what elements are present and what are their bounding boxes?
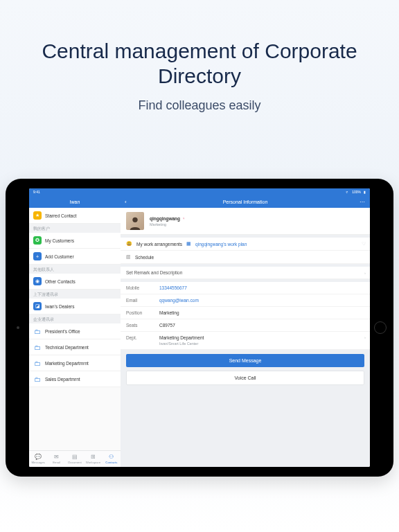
- home-button-icon: [374, 321, 387, 334]
- battery-icon: ▮: [364, 190, 366, 194]
- sidebar-title: Iwan: [70, 200, 80, 204]
- calendar-icon: ▥: [126, 254, 131, 260]
- contact-subtitle: Marketing: [150, 222, 186, 227]
- dept-path: Iwan/Smart Life Center: [159, 342, 204, 346]
- document-icon: ▤: [72, 454, 78, 460]
- sidebar-item-other-contacts[interactable]: ◉ Other Contacts: [29, 274, 121, 290]
- sidebar-item-label: Add Customer: [45, 254, 74, 259]
- contacts-icon: ◉: [33, 277, 42, 285]
- contacts-tab-icon: ⚇: [109, 454, 114, 460]
- tab-label: Messages: [31, 461, 45, 464]
- wechat-icon: ✪: [33, 236, 42, 245]
- position-row: Position Marketing: [121, 307, 370, 319]
- battery-text: 100%: [352, 190, 361, 194]
- field-label: Seats: [126, 323, 155, 328]
- field-label: Email: [126, 298, 155, 303]
- sidebar-item-label: Starred Contact: [45, 213, 77, 218]
- sidebar-item-marketing[interactable]: 🗀 Marketing Departmrnt: [29, 355, 121, 371]
- doc-icon: ▦: [186, 241, 191, 247]
- more-icon[interactable]: ⋯: [360, 199, 366, 205]
- remark-label: Set Remark and Description: [126, 270, 182, 275]
- sidebar-item-label: President's Office: [45, 329, 80, 334]
- sidebar-item-label: Iwan's Dealers: [45, 304, 74, 309]
- tab-label: Workspace: [86, 461, 100, 464]
- detail-title: Personal Information: [223, 200, 268, 204]
- tab-label: Document: [68, 461, 82, 464]
- schedule-row[interactable]: ▥ Schedule: [121, 251, 370, 264]
- section-label-other: 其他联系人: [29, 265, 121, 274]
- ipad-frame: 9:41 ᯤ 100% ▮ Iwan ‹ Personal Informatio…: [6, 179, 393, 477]
- email-value[interactable]: qqwang@iwan.com: [159, 298, 199, 303]
- mobile-value[interactable]: 13344556677: [159, 285, 187, 290]
- email-row[interactable]: Email qqwang@iwan.com: [121, 294, 370, 307]
- tab-contacts[interactable]: ⚇ Contacts: [103, 451, 121, 467]
- folder-icon: 🗀: [33, 375, 42, 383]
- sidebar-item-label: Technical Department: [45, 345, 89, 350]
- schedule-label: Schedule: [135, 255, 154, 260]
- seats-value: C89757: [159, 323, 175, 328]
- position-value: Marketing: [159, 310, 179, 315]
- sidebar-item-label: My Customers: [45, 238, 74, 243]
- sidebar-item-my-customers[interactable]: ✪ My Customers: [29, 233, 121, 249]
- star-icon: ★: [33, 211, 42, 220]
- bottom-tab-bar: 💬 Messages ✉ Email ▤ Document ⊞ Workspac…: [29, 450, 121, 467]
- sidebar-item-starred[interactable]: ★ Starred Contact: [29, 208, 121, 224]
- sidebar-item-label: Sales Departmrnt: [45, 377, 80, 382]
- contact-detail-panel: qingqingwang ♀ Marketing 😃 My work arran…: [121, 208, 370, 467]
- remark-row[interactable]: Set Remark and Description ›: [121, 267, 370, 279]
- heart-icon[interactable]: ♡: [362, 241, 366, 247]
- status-time: 9:41: [33, 190, 40, 194]
- signature-link[interactable]: qingqingwang's work plan: [195, 242, 247, 247]
- messages-icon: 💬: [35, 454, 42, 460]
- workspace-icon: ⊞: [91, 454, 96, 460]
- sidebar-item-label: Other Contacts: [45, 279, 76, 284]
- section-label-updown: 上下游通讯录: [29, 290, 121, 299]
- dept-value: Marketing Department: [159, 335, 204, 340]
- mobile-row[interactable]: Mobile 13344556677: [121, 282, 370, 294]
- sidebar-item-add-customer[interactable]: + Add Customer: [29, 249, 121, 265]
- tab-label: Email: [53, 461, 60, 464]
- emoji-icon: 😃: [126, 241, 132, 247]
- profile-header: qingqingwang ♀ Marketing: [121, 208, 370, 235]
- field-label: Mobile: [126, 285, 155, 290]
- sidebar-item-label: Marketing Departmrnt: [45, 361, 89, 366]
- seats-row: Seats C89757: [121, 319, 370, 332]
- chevron-right-icon: ›: [364, 271, 366, 275]
- contact-name: qingqingwang: [150, 216, 180, 221]
- tab-document[interactable]: ▤ Document: [66, 451, 84, 467]
- voice-call-button[interactable]: Voice Call: [126, 371, 364, 385]
- promo-title: Central management of Corporate Director…: [0, 39, 399, 89]
- signature-prefix: My work arrangements: [136, 242, 182, 247]
- back-icon[interactable]: ‹: [125, 199, 127, 205]
- field-label: Position: [126, 310, 155, 315]
- gender-icon: ♀: [182, 216, 186, 220]
- field-label: Dept.: [126, 335, 155, 340]
- tab-label: Contacts: [105, 461, 117, 464]
- wifi-icon: ᯤ: [346, 190, 349, 194]
- camera-dot-icon: [17, 326, 19, 329]
- tab-workspace[interactable]: ⊞ Workspace: [84, 451, 102, 467]
- contacts-sidebar: ★ Starred Contact 我的客户 ✪ My Customers + …: [29, 208, 121, 467]
- send-message-button[interactable]: Send Message: [126, 354, 364, 367]
- detail-header: ‹ Personal Information ⋯: [121, 195, 370, 208]
- work-arrangements-row[interactable]: 😃 My work arrangements ▦ qingqingwang's …: [121, 238, 370, 251]
- dept-row[interactable]: Dept. Marketing Department Iwan/Smart Li…: [121, 332, 370, 350]
- sidebar-item-president[interactable]: 🗀 President's Office: [29, 323, 121, 339]
- svg-point-0: [132, 218, 137, 222]
- org-icon: ◪: [33, 302, 42, 310]
- sidebar-header: Iwan: [29, 195, 121, 208]
- add-customer-icon: +: [33, 252, 42, 260]
- promo-subtitle: Find colleagues easily: [0, 98, 399, 113]
- tab-messages[interactable]: 💬 Messages: [29, 451, 47, 467]
- folder-icon: 🗀: [33, 343, 42, 351]
- email-icon: ✉: [54, 454, 59, 460]
- status-bar: 9:41 ᯤ 100% ▮: [29, 188, 370, 195]
- folder-icon: 🗀: [33, 327, 42, 335]
- avatar[interactable]: [126, 212, 144, 230]
- sidebar-item-dealers[interactable]: ◪ Iwan's Dealers: [29, 299, 121, 314]
- chevron-right-icon: ›: [364, 335, 366, 339]
- sidebar-item-sales[interactable]: 🗀 Sales Departmrnt: [29, 371, 121, 387]
- tab-email[interactable]: ✉ Email: [47, 451, 65, 467]
- sidebar-item-technical[interactable]: 🗀 Technical Department: [29, 339, 121, 355]
- section-label-corp: 企业通讯录: [29, 314, 121, 323]
